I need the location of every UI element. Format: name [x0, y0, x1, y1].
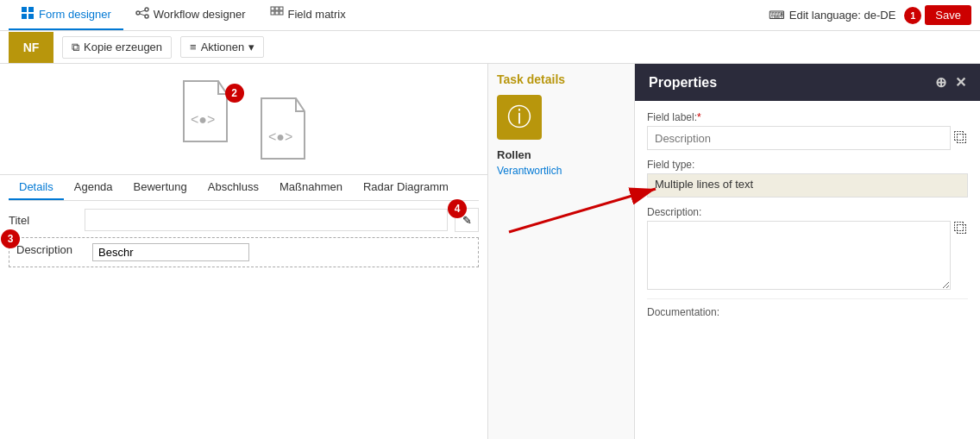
- edit-language-label: Edit language: de-DE: [789, 9, 896, 22]
- tabs-section: Details Agenda Bewertung Abschluss Maßna…: [0, 174, 487, 201]
- nav-field-matrix-label: Field matrix: [288, 8, 346, 21]
- save-button[interactable]: Save: [925, 5, 971, 25]
- nav-field-matrix[interactable]: Field matrix: [258, 0, 358, 30]
- properties-panel: Properties ⊕ ✕ Field label:* ⿻ Field typ…: [635, 64, 980, 439]
- svg-point-5: [145, 8, 148, 11]
- svg-point-4: [136, 11, 140, 15]
- badge-3: 3: [1, 229, 20, 248]
- field-matrix-icon: [270, 6, 284, 22]
- grid-icon: [21, 6, 35, 22]
- task-panel: Task details ⓘ Rollen Verantwortlich: [488, 64, 635, 439]
- file-icons-section: <●> 2 <●>: [0, 64, 487, 174]
- svg-rect-1: [28, 7, 34, 12]
- properties-header: Properties ⊕ ✕: [635, 64, 980, 101]
- task-title: Task details: [497, 72, 625, 86]
- svg-point-6: [145, 15, 148, 18]
- toolbar: NF ⧉ Kopie erzeugen ≡ Aktionen ▾: [0, 31, 980, 64]
- description-label: Description: [16, 243, 85, 256]
- description-row: 3 Description: [9, 237, 479, 267]
- badge-2: 2: [225, 84, 244, 103]
- tab-radar-diagramm[interactable]: Radar Diagramm: [353, 175, 459, 200]
- tab-agenda[interactable]: Agenda: [64, 175, 123, 200]
- prop-description-label: Description:: [647, 206, 968, 218]
- pin-icon[interactable]: ⊕: [935, 74, 946, 91]
- tab-massnahmen[interactable]: Maßnahmen: [269, 175, 353, 200]
- main-area: <●> 2 <●> Details Agenda B: [0, 64, 980, 439]
- save-badge: 1: [904, 7, 921, 24]
- svg-line-8: [140, 14, 145, 16]
- prop-description-textarea[interactable]: [647, 221, 951, 290]
- field-label-label: Field label:*: [647, 111, 968, 123]
- field-label-input[interactable]: [647, 126, 951, 150]
- actions-button[interactable]: ≡ Aktionen ▾: [180, 36, 264, 58]
- file-icon-2: <●>: [253, 94, 313, 166]
- svg-line-7: [140, 10, 145, 12]
- chevron-down-icon: ▾: [248, 41, 254, 53]
- nav-workflow-designer[interactable]: Workflow designer: [123, 0, 258, 30]
- properties-header-icons: ⊕ ✕: [935, 74, 966, 91]
- svg-rect-3: [28, 14, 34, 19]
- svg-rect-9: [271, 7, 274, 10]
- tab-bewertung[interactable]: Bewertung: [123, 175, 198, 200]
- top-nav-right: ⌨ Edit language: de-DE 1 Save: [769, 5, 971, 25]
- svg-rect-11: [280, 7, 283, 10]
- svg-rect-14: [280, 11, 283, 15]
- svg-text:<●>: <●>: [191, 112, 215, 127]
- field-label-input-wrapper: ⿻: [647, 126, 968, 150]
- tabs: Details Agenda Bewertung Abschluss Maßna…: [9, 175, 479, 201]
- prop-description-wrapper: ⿻: [647, 221, 968, 290]
- nav-form-designer[interactable]: Form designer: [9, 0, 123, 30]
- svg-rect-2: [22, 14, 27, 19]
- file-icon-2-wrapper: <●>: [253, 94, 313, 166]
- top-navigation: Form designer Workflow designer Field ma…: [0, 0, 980, 31]
- task-icon: ⓘ: [497, 95, 542, 140]
- svg-rect-12: [271, 11, 274, 15]
- description-input[interactable]: [92, 243, 249, 261]
- titel-row: Titel ✎ 4: [9, 208, 479, 232]
- titel-label: Titel: [9, 214, 78, 227]
- actions-icon: ≡: [190, 41, 197, 53]
- actions-label: Aktionen: [201, 41, 245, 53]
- svg-rect-13: [275, 11, 279, 15]
- form-section: Titel ✎ 4 3 Description: [0, 201, 487, 274]
- copy-icon: ⧉: [72, 41, 79, 54]
- svg-text:<●>: <●>: [268, 129, 292, 144]
- prop-divider: [647, 298, 968, 299]
- copy-button[interactable]: ⧉ Kopie erzeugen: [62, 36, 172, 59]
- rollen-title: Rollen: [497, 148, 625, 161]
- save-label: Save: [935, 9, 961, 22]
- content-area: <●> 2 <●> Details Agenda B: [0, 64, 488, 439]
- nav-form-designer-label: Form designer: [39, 8, 111, 21]
- close-icon[interactable]: ✕: [955, 74, 966, 91]
- brand-logo: NF: [9, 32, 53, 63]
- edit-language[interactable]: ⌨ Edit language: de-DE: [769, 9, 896, 22]
- translate-icon[interactable]: ⿻: [954, 130, 968, 146]
- language-icon: ⌨: [769, 9, 785, 22]
- workflow-icon: [135, 6, 149, 22]
- info-icon: ⓘ: [507, 101, 531, 134]
- titel-input[interactable]: [85, 209, 448, 231]
- field-type-select[interactable]: Multiple lines of text: [647, 173, 968, 198]
- tab-details[interactable]: Details: [9, 175, 64, 200]
- nav-workflow-designer-label: Workflow designer: [154, 8, 246, 21]
- file-icon-1-wrapper: <●> 2: [175, 77, 236, 166]
- field-type-label: Field type:: [647, 159, 968, 171]
- properties-title: Properties: [649, 75, 717, 91]
- badge-4: 4: [448, 199, 467, 218]
- tab-abschluss[interactable]: Abschluss: [198, 175, 269, 200]
- prop-translate-icon-2[interactable]: ⿻: [954, 221, 968, 236]
- svg-rect-0: [22, 7, 27, 12]
- svg-rect-10: [275, 7, 279, 10]
- copy-label: Kopie erzeugen: [84, 41, 162, 53]
- verantwortlich-label: Verantwortlich: [497, 165, 625, 177]
- properties-body: Field label:* ⿻ Field type: Multiple lin…: [635, 101, 980, 439]
- documentation-label: Documentation:: [647, 306, 968, 318]
